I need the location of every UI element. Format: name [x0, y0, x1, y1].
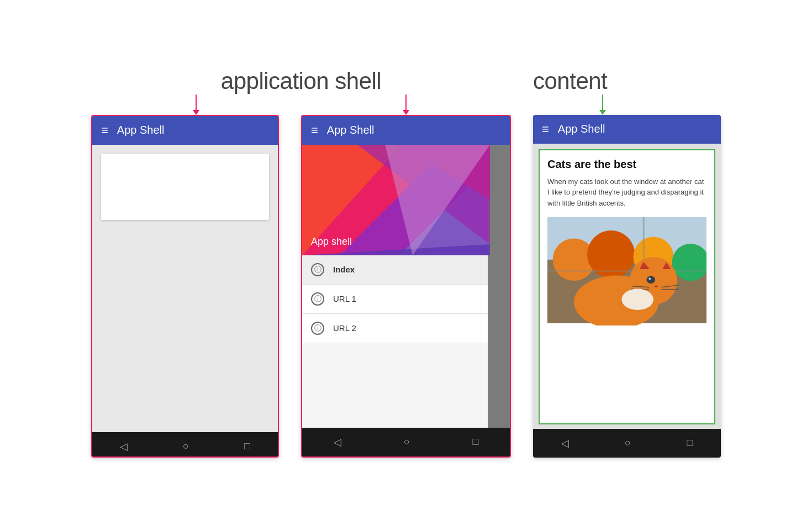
phone3-back-icon: ◁ — [561, 437, 569, 449]
arrow-to-phone2 — [403, 95, 409, 115]
phone3-recents-icon: □ — [687, 437, 693, 449]
phone1-app-bar: ≡ App Shell — [92, 116, 278, 145]
phone-3: ≡ App Shell Cats are the best When my ca… — [533, 115, 721, 458]
phone3-home-icon: ○ — [625, 437, 631, 449]
drawer-item-index[interactable]: ⓘ Index — [302, 255, 488, 285]
phone1-menu-icon: ≡ — [101, 124, 108, 136]
phone1-white-card — [101, 154, 269, 220]
drawer-item-url2-label: URL 2 — [333, 323, 356, 333]
phone2-app-bar-title: App Shell — [327, 124, 375, 136]
svg-point-19 — [647, 276, 655, 284]
drawer-item-url2-icon: ⓘ — [311, 322, 324, 335]
phone1-home-icon: ○ — [183, 440, 189, 452]
phone3-content-box: Cats are the best When my cats look out … — [539, 149, 715, 424]
phone-2: ≡ App Shell — [301, 115, 511, 458]
phone1-body — [92, 145, 278, 432]
svg-point-20 — [648, 277, 651, 280]
arrow-to-phone3 — [599, 95, 606, 115]
phone3-body: Cats are the best When my cats look out … — [533, 144, 721, 429]
phone3-app-bar-title: App Shell — [558, 123, 605, 135]
svg-rect-12 — [547, 270, 706, 272]
cat-svg — [547, 215, 706, 326]
phone2-nav: ◁ ○ □ — [302, 428, 510, 456]
phone2-drawer-list: ⓘ Index ⓘ URL 1 ⓘ URL 2 — [302, 255, 488, 428]
phone2-hero: App shell — [302, 145, 488, 255]
phone2-home-icon: ○ — [404, 436, 410, 448]
content-label: content — [533, 68, 607, 95]
phone-1: ≡ App Shell ◁ ○ □ — [91, 115, 279, 458]
drawer-item-url2[interactable]: ⓘ URL 2 — [302, 314, 488, 343]
drawer-item-index-icon: ⓘ — [311, 263, 324, 276]
content-article-body: When my cats look out the window at anot… — [547, 176, 706, 209]
drawer-item-url1-label: URL 1 — [333, 294, 356, 303]
content-label-block: content — [533, 68, 721, 95]
phone2-drawer-panel: App shell ⓘ Index ⓘ URL 1 ⓘ — [302, 145, 488, 428]
hero-text: App shell — [311, 236, 352, 248]
phone1-back-icon: ◁ — [120, 440, 128, 453]
content-article-title: Cats are the best — [547, 158, 706, 171]
svg-point-26 — [621, 289, 653, 310]
phone2-back-icon: ◁ — [334, 436, 341, 448]
drawer-item-index-label: Index — [333, 265, 355, 274]
cat-image — [547, 215, 706, 326]
phone3-menu-icon: ≡ — [542, 123, 549, 135]
phone1-nav: ◁ ○ □ — [92, 432, 278, 458]
phone3-nav: ◁ ○ □ — [533, 429, 721, 458]
drawer-item-url1[interactable]: ⓘ URL 1 — [302, 285, 488, 314]
application-shell-label: application shell — [221, 68, 381, 95]
phone3-app-bar: ≡ App Shell — [533, 115, 721, 144]
phone1-app-bar-title: App Shell — [117, 124, 165, 136]
drawer-shadow — [488, 145, 510, 428]
phone2-menu-icon: ≡ — [311, 124, 318, 136]
app-shell-label-block: application shell — [91, 68, 511, 95]
arrow-to-phone1 — [193, 95, 199, 115]
phone2-app-bar: ≡ App Shell — [302, 116, 510, 145]
phone1-recents-icon: □ — [244, 440, 250, 452]
drawer-item-url1-icon: ⓘ — [311, 292, 324, 306]
phone2-recents-icon: □ — [472, 436, 478, 448]
